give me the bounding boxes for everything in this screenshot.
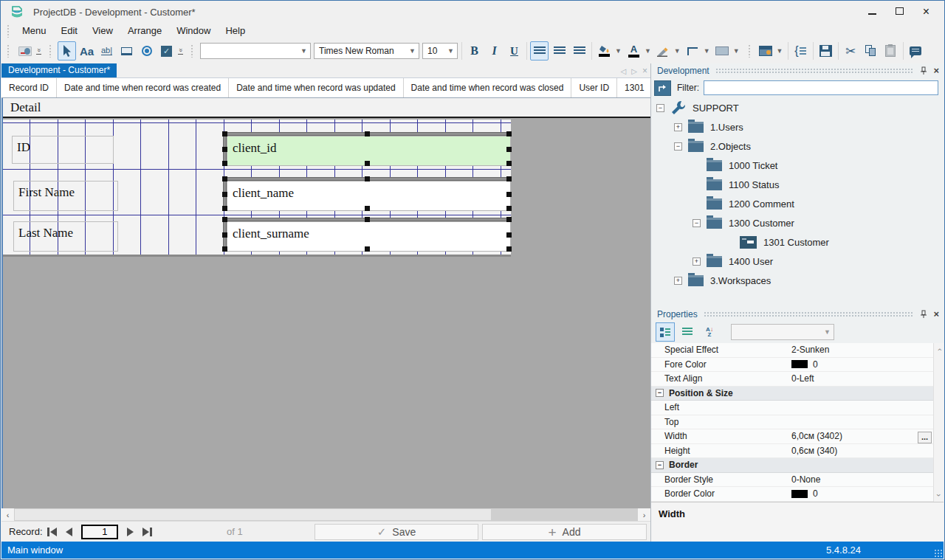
selection-handle[interactable] (506, 131, 512, 136)
panel-close-icon[interactable]: × (933, 308, 939, 319)
scrollbar-thumb[interactable] (15, 509, 491, 520)
save-toolbar-button[interactable] (817, 41, 835, 61)
property-object-combo[interactable]: ▼ (731, 324, 834, 340)
copy-button[interactable] (862, 41, 880, 61)
expand-icon[interactable]: + (693, 257, 701, 266)
toolbar-grip[interactable] (7, 44, 10, 58)
selection-handle[interactable] (506, 192, 512, 197)
field-chip[interactable]: Date and time when record was created (57, 78, 229, 97)
design-canvas[interactable]: ID First Name Last Name client_id (3, 120, 650, 508)
property-row-left[interactable]: Left (651, 401, 944, 415)
checkbox-tool-button[interactable]: ✓ (157, 41, 176, 61)
scroll-up-icon[interactable]: › (934, 345, 944, 355)
collapse-icon[interactable]: − (656, 461, 664, 469)
save-button[interactable]: ✓Save (315, 524, 478, 540)
style-combo[interactable]: ▼ (200, 43, 311, 59)
selection-handle[interactable] (365, 131, 370, 136)
resize-grip[interactable] (934, 549, 943, 558)
property-value[interactable]: 0-Left (791, 373, 944, 384)
ellipsis-button[interactable]: ... (918, 432, 932, 443)
property-value[interactable]: 0 (791, 488, 944, 499)
underline-button[interactable]: U (505, 41, 523, 61)
selection-handle[interactable] (222, 161, 227, 166)
selection-handle[interactable] (506, 147, 512, 152)
tree-item-1100-status[interactable]: 1100 Status (651, 175, 944, 194)
tree-item-1301-customer[interactable]: 1301 Customer (651, 232, 944, 252)
border-corner-button[interactable] (684, 41, 702, 61)
cut-button[interactable]: ✂ (842, 41, 860, 61)
field-chip[interactable]: 1301 (617, 78, 653, 97)
comment-button[interactable] (907, 41, 925, 61)
property-row-top[interactable]: Top (651, 415, 944, 430)
field-chip[interactable]: Date and time when record was updated (229, 78, 403, 97)
bold-button[interactable]: B (465, 41, 484, 61)
chevron-down-icon[interactable]: ▼ (733, 47, 740, 55)
close-button[interactable]: × (923, 6, 929, 18)
chevron-down-icon[interactable]: ▼ (645, 47, 651, 55)
categorized-view-button[interactable] (656, 322, 675, 342)
font-combo[interactable]: Times New Roman▼ (314, 43, 419, 59)
selection-handle[interactable] (506, 246, 512, 252)
collapse-icon[interactable]: − (674, 142, 682, 151)
toolbar-grip[interactable] (49, 44, 52, 58)
property-value[interactable]: 6,0см (3402)... (791, 431, 944, 441)
tab-development-customer[interactable]: Development - Customer* (1, 63, 117, 77)
property-row-fore-color[interactable]: Fore Color 0 (651, 358, 944, 373)
menu-item-edit[interactable]: Edit (54, 24, 85, 38)
list-view-button[interactable] (678, 322, 697, 342)
selection-handle[interactable] (222, 246, 227, 252)
scroll-right-icon[interactable]: › (638, 508, 650, 521)
field-chip[interactable]: Date and time when record was closed (404, 78, 572, 97)
scroll-left-icon[interactable]: ‹ (1, 508, 14, 521)
align-center-button[interactable] (550, 41, 568, 61)
field-client-name[interactable]: client_name (223, 177, 511, 211)
label-id[interactable]: ID (12, 136, 114, 164)
toolbar-overflow-button[interactable]: » (36, 47, 41, 55)
tree-item-1000-ticket[interactable]: 1000 Ticket (651, 156, 944, 175)
selection-handle[interactable] (506, 161, 512, 166)
tree-item-1300-customer[interactable]: − 1300 Customer (651, 213, 944, 232)
shape-button[interactable] (713, 41, 732, 61)
outline-button[interactable]: { (791, 41, 810, 61)
label-last-name[interactable]: Last Name (13, 221, 118, 252)
font-color-button[interactable]: A (625, 41, 643, 61)
selection-handle[interactable] (506, 232, 512, 238)
record-number-input[interactable] (81, 525, 118, 539)
form-properties-button[interactable] (757, 41, 775, 61)
align-left-button[interactable] (530, 41, 549, 61)
maximize-button[interactable] (896, 7, 904, 17)
selection-handle[interactable] (222, 131, 227, 136)
horizontal-scrollbar[interactable]: ‹ › (1, 508, 650, 521)
property-category-position-size[interactable]: −Position & Size (651, 387, 944, 401)
panel-close-icon[interactable]: × (933, 65, 939, 76)
tree-item-objects[interactable]: − 2.Objects (651, 136, 944, 156)
property-value[interactable]: 2-Sunken (791, 345, 944, 355)
paste-button[interactable] (882, 41, 900, 61)
menu-item-menu[interactable]: Menu (15, 24, 54, 38)
italic-button[interactable]: I (485, 41, 504, 61)
pin-icon[interactable] (920, 66, 927, 75)
design-grid[interactable]: ID First Name Last Name client_id (3, 120, 511, 257)
property-row-text-align[interactable]: Text Align 0-Left (651, 372, 944, 387)
button-tool-button[interactable] (117, 41, 136, 61)
collapse-icon[interactable]: − (656, 389, 664, 397)
field-chip[interactable]: Record ID (1, 78, 57, 97)
textbox-tool-button[interactable]: ab| (97, 41, 116, 61)
menu-item-window[interactable]: Window (169, 24, 218, 38)
font-size-combo[interactable]: 10▼ (422, 43, 458, 59)
toolbar-grip[interactable] (748, 44, 752, 58)
property-row-border-style[interactable]: Border Style 0-None (651, 473, 944, 488)
filter-input[interactable] (704, 80, 938, 95)
chevron-down-icon[interactable]: ▼ (615, 47, 622, 55)
property-value[interactable]: 0,6см (340) (791, 446, 944, 456)
tree-item-workspaces[interactable]: + 3.Workspaces (651, 271, 944, 290)
align-right-button[interactable] (570, 41, 588, 61)
selection-handle[interactable] (222, 206, 227, 211)
previous-record-button[interactable] (66, 528, 72, 536)
last-record-button[interactable] (142, 528, 152, 536)
properties-scrollbar[interactable]: › › (933, 343, 944, 502)
selection-handle[interactable] (222, 147, 227, 152)
chevron-down-icon[interactable]: ▼ (704, 47, 710, 55)
field-client-id[interactable]: client_id (223, 132, 511, 166)
tab-close-icon[interactable]: × (642, 66, 647, 76)
